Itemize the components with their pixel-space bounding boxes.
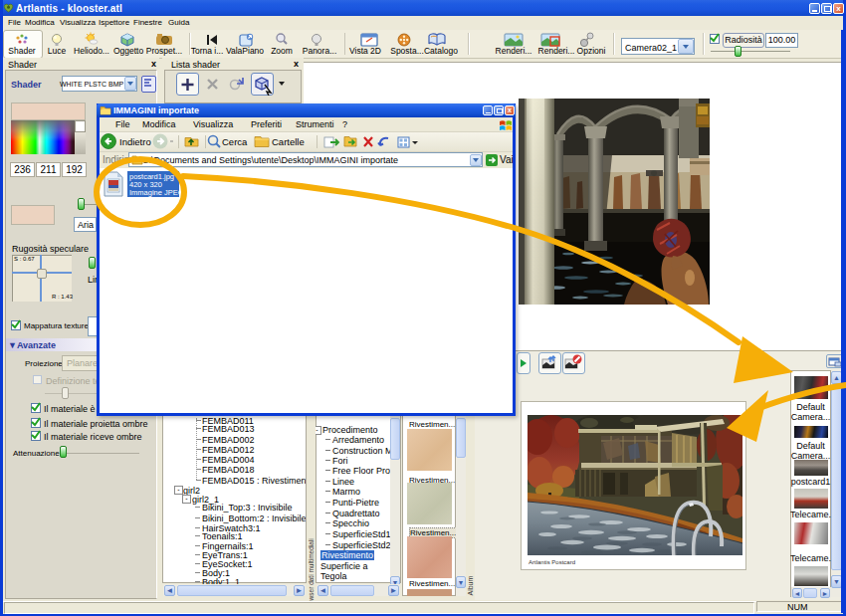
svg-text:Cerca: Cerca [222, 136, 248, 147]
svg-text:Cartelle: Cartelle [272, 136, 305, 147]
svg-text:Indietro: Indietro [119, 136, 151, 147]
